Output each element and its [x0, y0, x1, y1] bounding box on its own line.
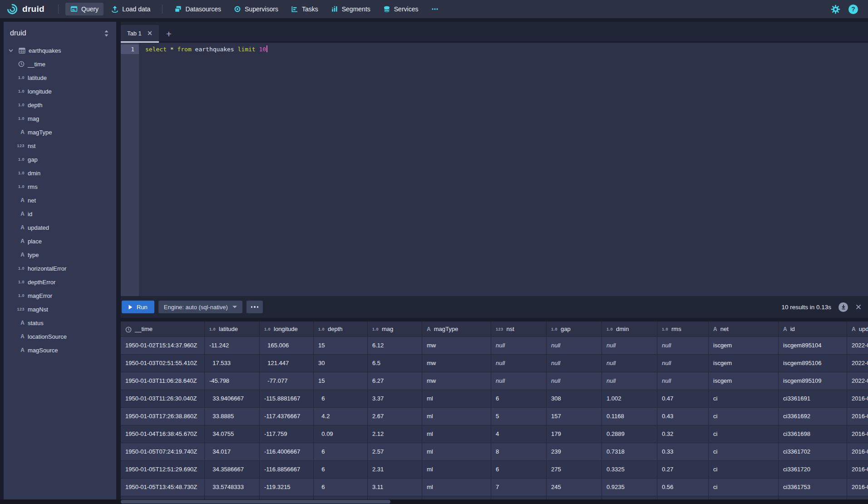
table-cell[interactable]: ci3361692 — [779, 408, 847, 425]
scrollbar-thumb[interactable] — [121, 500, 390, 504]
table-cell[interactable]: ci3361702 — [779, 443, 847, 461]
column-header-rms[interactable]: 1.0rms — [657, 321, 709, 337]
table-cell[interactable]: null — [602, 337, 657, 355]
table-cell[interactable]: 17.533 — [205, 355, 260, 372]
table-cell[interactable]: 0.7318 — [602, 443, 657, 461]
table-cell[interactable]: 1950-01-03T02:51:55.410Z — [121, 355, 205, 372]
table-cell[interactable]: 6 — [491, 390, 547, 408]
table-cell[interactable]: 33.8885 — [205, 408, 260, 425]
horizontal-scrollbar[interactable] — [0, 499, 868, 504]
table-cell[interactable]: 2022-0 — [847, 372, 868, 390]
table-cell[interactable]: 2022-0 — [847, 355, 868, 372]
table-cell[interactable]: 121.447 — [260, 355, 314, 372]
table-cell[interactable]: iscgem895104 — [779, 337, 847, 355]
sidebar-column-depthError[interactable]: 1.0depthError — [4, 275, 116, 289]
sidebar-table-earthquakes[interactable]: earthquakes — [4, 44, 116, 57]
table-cell[interactable]: 1950-01-03T11:26:30.040Z — [121, 390, 205, 408]
table-cell[interactable]: 1950-01-02T15:14:37.960Z — [121, 337, 205, 355]
table-cell[interactable]: null — [491, 355, 547, 372]
table-cell[interactable]: 0.56 — [657, 479, 709, 496]
sidebar-column-updated[interactable]: Aupdated — [4, 221, 116, 234]
table-cell[interactable]: 7 — [491, 479, 547, 496]
nav-item-services[interactable]: Services — [378, 3, 424, 15]
sidebar-column-magNst[interactable]: 123magNst — [4, 302, 116, 316]
table-cell[interactable]: 5 — [491, 408, 547, 425]
table-cell[interactable]: ci — [709, 408, 779, 425]
table-cell[interactable]: -77.077 — [260, 372, 314, 390]
table-cell[interactable]: 1950-01-03T17:26:38.860Z — [121, 408, 205, 425]
table-cell[interactable]: 34.0755 — [205, 425, 260, 443]
table-cell[interactable]: 1950-01-03T11:06:28.640Z — [121, 372, 205, 390]
table-cell[interactable]: 2016-0 — [847, 408, 868, 425]
table-cell[interactable]: 308 — [547, 390, 602, 408]
table-cell[interactable]: 275 — [547, 461, 602, 479]
table-cell[interactable]: null — [657, 372, 709, 390]
table-cell[interactable]: 1950-01-05T13:45:48.730Z — [121, 479, 205, 496]
table-cell[interactable]: 6.5 — [368, 355, 422, 372]
table-cell[interactable]: ci — [709, 443, 779, 461]
table-cell[interactable]: -116.4006667 — [260, 443, 314, 461]
nav-item-query[interactable]: Query — [65, 3, 104, 15]
column-header-magType[interactable]: AmagType — [422, 321, 491, 337]
table-cell[interactable]: mw — [422, 337, 491, 355]
column-header-depth[interactable]: 1.0depth — [314, 321, 368, 337]
table-cell[interactable]: 0.27 — [657, 461, 709, 479]
table-cell[interactable]: 34.3586667 — [205, 461, 260, 479]
table-cell[interactable]: -116.8856667 — [260, 461, 314, 479]
nav-item-tasks[interactable]: Tasks — [286, 3, 323, 15]
sidebar-column-id[interactable]: Aid — [4, 207, 116, 221]
help-icon[interactable]: ? — [848, 5, 858, 14]
run-button[interactable]: Run — [122, 301, 154, 313]
gear-icon[interactable] — [831, 5, 840, 14]
add-tab-button[interactable]: + — [166, 29, 172, 41]
table-cell[interactable]: iscgem895106 — [779, 355, 847, 372]
table-cell[interactable]: 1950-01-05T12:51:29.690Z — [121, 461, 205, 479]
query-more-button[interactable] — [247, 301, 263, 313]
table-cell[interactable]: 30 — [314, 355, 368, 372]
sidebar-column-gap[interactable]: 1.0gap — [4, 153, 116, 166]
sidebar-column-depth[interactable]: 1.0depth — [4, 98, 116, 112]
table-cell[interactable]: 179 — [547, 425, 602, 443]
column-header-id[interactable]: Aid — [779, 321, 847, 337]
sidebar-column-magSource[interactable]: AmagSource — [4, 343, 116, 357]
table-cell[interactable]: null — [547, 355, 602, 372]
table-cell[interactable]: iscgem — [709, 372, 779, 390]
table-cell[interactable]: iscgem — [709, 337, 779, 355]
table-cell[interactable]: null — [491, 372, 547, 390]
table-cell[interactable]: ml — [422, 461, 491, 479]
table-cell[interactable]: ml — [422, 390, 491, 408]
column-header-nst[interactable]: 123nst — [491, 321, 547, 337]
nav-item-segments[interactable]: Segments — [326, 3, 375, 15]
table-cell[interactable]: ml — [422, 479, 491, 496]
table-cell[interactable]: 157 — [547, 408, 602, 425]
sidebar-column-dmin[interactable]: 1.0dmin — [4, 166, 116, 180]
table-cell[interactable]: ml — [422, 408, 491, 425]
table-cell[interactable]: ci3361698 — [779, 425, 847, 443]
table-cell[interactable]: null — [547, 337, 602, 355]
table-cell[interactable]: 6 — [491, 461, 547, 479]
sidebar-column-magType[interactable]: AmagType — [4, 125, 116, 139]
table-cell[interactable]: ci — [709, 461, 779, 479]
table-cell[interactable]: ci — [709, 390, 779, 408]
sidebar-column-nst[interactable]: 123nst — [4, 139, 116, 153]
table-cell[interactable]: null — [547, 372, 602, 390]
table-cell[interactable]: null — [602, 372, 657, 390]
table-cell[interactable]: 6 — [314, 461, 368, 479]
table-cell[interactable]: null — [602, 355, 657, 372]
sidebar-column-type[interactable]: Atype — [4, 248, 116, 262]
table-cell[interactable]: 0.09 — [314, 425, 368, 443]
table-cell[interactable]: 0.33 — [657, 443, 709, 461]
table-cell[interactable]: 2016-0 — [847, 479, 868, 496]
sidebar-column-__time[interactable]: __time — [4, 57, 116, 71]
sidebar-column-status[interactable]: Astatus — [4, 316, 116, 330]
nav-item-datasources[interactable]: Datasources — [169, 3, 226, 15]
table-cell[interactable]: iscgem895109 — [779, 372, 847, 390]
download-results-icon[interactable] — [838, 302, 848, 312]
table-cell[interactable]: 2022-0 — [847, 337, 868, 355]
table-cell[interactable]: mw — [422, 355, 491, 372]
table-cell[interactable]: 0.1168 — [602, 408, 657, 425]
table-cell[interactable]: null — [657, 355, 709, 372]
chevron-down-icon[interactable] — [8, 48, 14, 53]
column-header-dmin[interactable]: 1.0dmin — [602, 321, 657, 337]
column-header-net[interactable]: Anet — [709, 321, 779, 337]
